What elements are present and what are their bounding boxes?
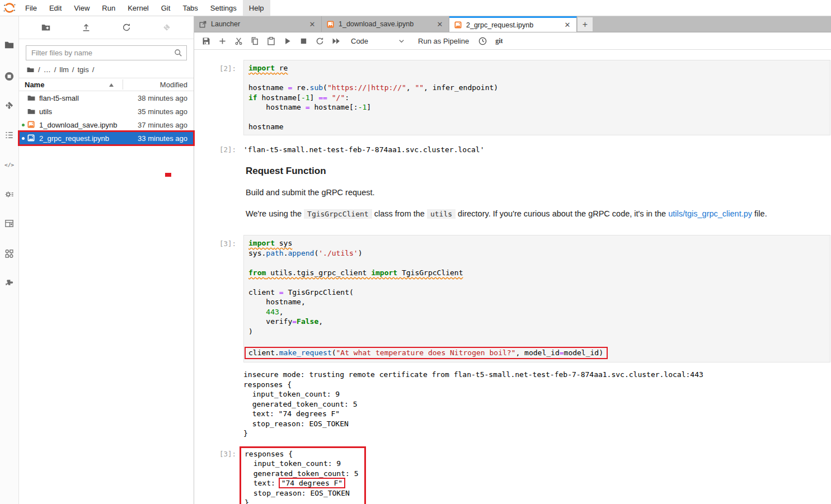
- file-row[interactable]: utils35 minutes ago: [19, 105, 194, 118]
- markdown-text: directory. If you're curious about the g…: [456, 209, 668, 218]
- file-row[interactable]: 2_grpc_request.ipynb33 minutes ago: [19, 131, 194, 145]
- running-sessions-icon[interactable]: [4, 71, 15, 82]
- extensions-icon[interactable]: [4, 278, 15, 289]
- result-cell: [3]:responses { input_token_count: 9 gen…: [194, 446, 830, 504]
- restart-button[interactable]: [312, 35, 328, 47]
- dot-placeholder: [22, 110, 25, 113]
- tab-1_download_save-ipynb[interactable]: 1_download_save.ipynb✕: [322, 16, 449, 32]
- tab-close-icon[interactable]: ✕: [563, 21, 572, 30]
- dot-placeholder: [22, 97, 25, 100]
- code-line: import sys: [248, 238, 825, 248]
- file-row[interactable]: 1_download_save.ipynb37 minutes ago: [19, 118, 194, 131]
- code-line: [248, 258, 825, 268]
- new-folder-icon[interactable]: [40, 21, 52, 34]
- inline-code: utils: [427, 209, 456, 219]
- table-of-contents-icon[interactable]: [4, 130, 15, 141]
- code-line: generated_token_count: 5: [245, 469, 359, 479]
- git-icon[interactable]: [4, 100, 15, 111]
- code-line: hostname,: [248, 297, 825, 307]
- code-line: responses {: [245, 449, 359, 459]
- save-button[interactable]: [198, 35, 214, 47]
- code-line: hostname: [248, 122, 825, 132]
- code-line: if hostname[-1] == "/":: [248, 93, 825, 103]
- cell-type-select[interactable]: Code: [351, 37, 406, 45]
- menu-item-help[interactable]: Help: [243, 0, 270, 16]
- git-toolbar-button[interactable]: git: [495, 37, 503, 45]
- home-folder-icon[interactable]: [26, 65, 35, 74]
- tab-2_grpc_request-ipynb[interactable]: 2_grpc_request.ipynb✕: [449, 16, 577, 32]
- file-name: 2_grpc_request.ipynb: [39, 134, 138, 143]
- markdown-paragraph: Build and submit the gRPC request.: [246, 187, 830, 198]
- execution-prompt: [2]:: [194, 60, 243, 74]
- tab-close-icon[interactable]: ✕: [435, 20, 444, 29]
- menu-item-git[interactable]: Git: [155, 0, 177, 16]
- file-row[interactable]: flan-t5-small38 minutes ago: [19, 91, 194, 105]
- menu-item-file[interactable]: File: [19, 0, 43, 16]
- breadcrumb-separator: /: [54, 65, 57, 74]
- cell-body: 'flan-t5-small.net-test-feb-7-874aa1.svc…: [243, 142, 830, 155]
- upload-icon[interactable]: [80, 21, 92, 34]
- property-inspector-icon[interactable]: [4, 189, 15, 200]
- svg-text:</>: </>: [4, 162, 14, 168]
- execution-prompt: [3]:: [194, 235, 243, 249]
- file-list-header: Name Modified: [19, 78, 194, 91]
- paste-button[interactable]: [263, 35, 279, 47]
- breadcrumb-separator: /: [72, 65, 74, 74]
- code-input-area[interactable]: import re hostname = re.sub("https://|ht…: [243, 60, 830, 135]
- code-line: 'flan-t5-small.net-test-feb-7-874aa1.svc…: [243, 145, 830, 155]
- notebook-icon: [454, 21, 462, 29]
- schedule-clock-button[interactable]: [478, 36, 487, 46]
- menu-item-run[interactable]: Run: [96, 0, 121, 16]
- main-area: Launcher✕1_download_save.ipynb✕2_grpc_re…: [194, 16, 831, 504]
- column-header-name[interactable]: Name: [19, 81, 123, 89]
- cell-body: Request FunctionBuild and submit the gRP…: [243, 162, 830, 227]
- code-line: [248, 73, 825, 83]
- tab-close-icon[interactable]: ✕: [308, 20, 317, 29]
- code-line: [248, 112, 825, 123]
- breadcrumb-segment[interactable]: …: [44, 65, 51, 74]
- menu-item-edit[interactable]: Edit: [43, 0, 68, 16]
- code-input-area[interactable]: import syssys.path.append('./utils') fro…: [243, 235, 830, 362]
- markdown-text: file.: [752, 209, 767, 218]
- file-modified: 35 minutes ago: [138, 107, 194, 116]
- file-name: utils: [39, 107, 138, 116]
- new-tab-button[interactable]: +: [578, 17, 593, 31]
- stop-button[interactable]: [295, 35, 312, 47]
- cell-body: responses { input_token_count: 9 generat…: [243, 446, 830, 504]
- breadcrumb-segment[interactable]: tgis: [77, 65, 88, 74]
- markdown-link[interactable]: utils/tgis_grpc_client.py: [668, 209, 752, 218]
- run-button[interactable]: [279, 35, 295, 47]
- tab-launcher[interactable]: Launcher✕: [194, 16, 322, 32]
- code-line: text: "74 degrees F": [243, 409, 830, 419]
- code-snippets-icon[interactable]: </>: [4, 159, 15, 171]
- code-line: [248, 277, 825, 288]
- stream-cell: insecure mode: trusting remote certifica…: [194, 367, 830, 439]
- file-modified: 33 minutes ago: [138, 134, 194, 143]
- runtimes-icon[interactable]: [4, 248, 15, 260]
- annotation-red-dash: [165, 173, 171, 177]
- run-all-button[interactable]: [328, 35, 344, 47]
- files-icon[interactable]: [4, 40, 15, 51]
- code-line: input_token_count: 9: [245, 459, 359, 469]
- menu-item-view[interactable]: View: [68, 0, 96, 16]
- copy-button[interactable]: [247, 35, 263, 47]
- code-line: responses {: [243, 380, 830, 390]
- notebook-icon: [27, 134, 36, 143]
- menu-item-settings[interactable]: Settings: [204, 0, 243, 16]
- cell-body: import re hostname = re.sub("https://|ht…: [243, 60, 830, 135]
- notebook-toolbar: CodeRun as Pipelinegit: [194, 32, 831, 50]
- pipeline-editor-icon[interactable]: [4, 218, 15, 229]
- search-icon: [173, 48, 183, 58]
- file-name: 1_download_save.ipynb: [39, 121, 138, 129]
- breadcrumb-segment[interactable]: llm: [59, 65, 69, 74]
- menu-item-kernel[interactable]: Kernel: [121, 0, 155, 16]
- column-header-modified[interactable]: Modified: [123, 81, 194, 89]
- menu-item-tabs[interactable]: Tabs: [176, 0, 204, 16]
- run-as-pipeline-button[interactable]: Run as Pipeline: [418, 37, 469, 45]
- file-list: flan-t5-small38 minutes agoutils35 minut…: [19, 91, 194, 145]
- cut-button[interactable]: [231, 35, 247, 47]
- refresh-icon[interactable]: [120, 21, 133, 34]
- add-button[interactable]: [214, 35, 231, 47]
- filter-files-input[interactable]: [26, 45, 187, 60]
- notebook-icon: [27, 120, 36, 129]
